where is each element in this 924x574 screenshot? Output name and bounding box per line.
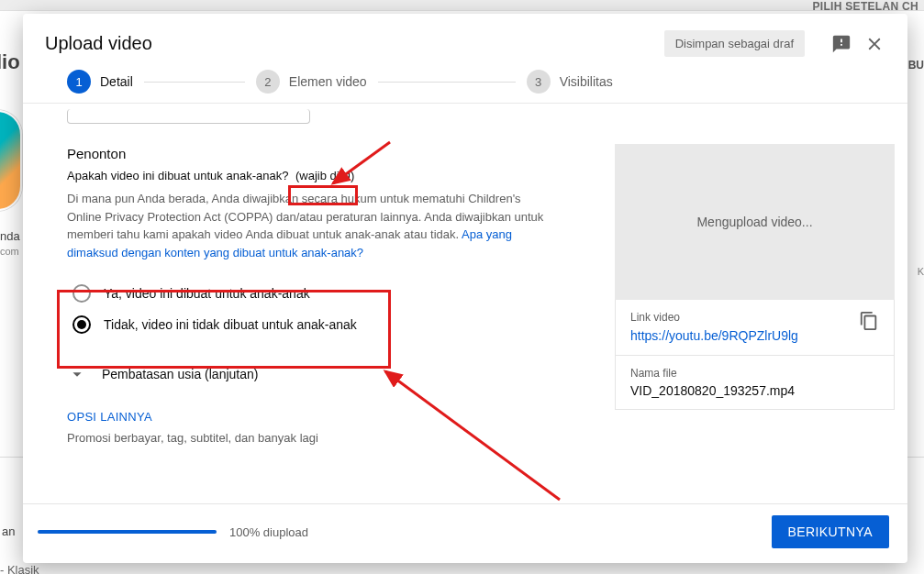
upload-progress-bar xyxy=(38,530,217,534)
radio-made-for-kids-yes[interactable]: Ya, video ini dibuat untuk anak-anak xyxy=(69,278,585,309)
stepper: 1 Detail 2 Elemen video 3 Visibilitas xyxy=(23,70,907,103)
audience-question: Apakah video ini dibuat untuk anak-anak?… xyxy=(67,169,591,182)
chevron-down-icon xyxy=(67,364,87,384)
audience-heading: Penonton xyxy=(67,146,591,161)
required-label: (wajib diisi) xyxy=(292,169,358,182)
radio-icon xyxy=(72,284,91,303)
bg-text: com xyxy=(0,246,19,257)
filename-row: Nama file VID_20180820_193257.mp4 xyxy=(615,356,895,410)
audience-question-text: Apakah video ini dibuat untuk anak-anak? xyxy=(67,169,292,182)
avatar xyxy=(0,110,22,211)
video-link-label: Link video xyxy=(630,311,850,324)
step-detail[interactable]: 1 Detail xyxy=(67,70,133,94)
dialog-header: Upload video Disimpan sebagai draf xyxy=(23,14,907,70)
draft-status-chip: Disimpan sebagai draf xyxy=(664,30,805,57)
bg-text: - Klasik xyxy=(0,563,39,574)
bg-text: nda xyxy=(0,229,20,243)
dialog-footer: 100% diupload BERIKUTNYA xyxy=(23,503,907,563)
next-button[interactable]: BERIKUTNYA xyxy=(772,515,889,548)
radio-made-for-kids-no[interactable]: Tidak, video ini tidak dibuat untuk anak… xyxy=(69,309,585,340)
step-number: 2 xyxy=(256,70,280,94)
step-number: 1 xyxy=(67,70,91,94)
bg-text: BU xyxy=(908,59,924,72)
filename-value: VID_20180820_193257.mp4 xyxy=(630,383,879,398)
radio-label: Ya, video ini dibuat untuk anak-anak xyxy=(104,286,310,301)
video-link-row: Link video https://youtu.be/9RQPZlrU9lg xyxy=(615,300,895,356)
step-number: 3 xyxy=(527,70,551,94)
radio-icon xyxy=(72,315,91,334)
step-video-elements[interactable]: 2 Elemen video xyxy=(256,70,367,94)
filename-label: Nama file xyxy=(630,367,879,380)
step-visibility[interactable]: 3 Visibilitas xyxy=(527,70,613,94)
bg-text: K xyxy=(918,266,924,277)
age-restriction-label: Pembatasan usia (lanjutan) xyxy=(102,367,258,381)
upload-status-text: Mengupload video... xyxy=(696,215,812,229)
close-icon[interactable] xyxy=(863,33,885,55)
step-label: Visibilitas xyxy=(560,74,613,89)
radio-label: Tidak, video ini tidak dibuat untuk anak… xyxy=(104,317,357,332)
bg-text: lio xyxy=(0,50,20,74)
step-label: Elemen video xyxy=(289,74,367,89)
age-restriction-expander[interactable]: Pembatasan usia (lanjutan) xyxy=(67,364,591,384)
step-label: Detail xyxy=(100,74,133,89)
upload-video-dialog: Upload video Disimpan sebagai draf 1 Det… xyxy=(23,14,907,563)
bg-text: an xyxy=(2,524,15,538)
more-options-link[interactable]: OPSI LAINNYA xyxy=(67,410,591,424)
dialog-title: Upload video xyxy=(45,33,664,54)
audience-radio-group: Ya, video ini dibuat untuk anak-anak Tid… xyxy=(67,272,591,349)
more-options-subtitle: Promosi berbayar, tag, subtitel, dan ban… xyxy=(67,431,591,445)
upload-progress-text: 100% diupload xyxy=(229,525,308,539)
audience-description: Di mana pun Anda berada, Anda diwajibkan… xyxy=(67,190,549,261)
video-link[interactable]: https://youtu.be/9RQPZlrU9lg xyxy=(630,328,798,343)
bg-text: PILIH SETELAN CH xyxy=(813,0,918,13)
copy-link-button[interactable] xyxy=(859,311,879,335)
video-preview: Mengupload video... xyxy=(615,144,895,300)
truncated-field[interactable] xyxy=(67,109,310,124)
feedback-icon[interactable] xyxy=(830,33,852,55)
